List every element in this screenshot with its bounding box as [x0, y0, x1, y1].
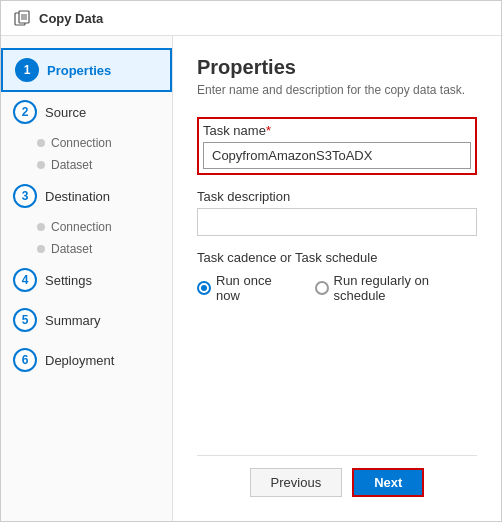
task-description-input[interactable]	[197, 208, 477, 236]
sidebar-item-destination[interactable]: 3 Destination	[1, 176, 172, 216]
main-panel: Properties Enter name and description fo…	[173, 36, 501, 521]
sidebar-label-source: Source	[45, 105, 86, 120]
task-name-label: Task name*	[203, 123, 471, 138]
step-circle-summary: 5	[13, 308, 37, 332]
titlebar-title: Copy Data	[39, 11, 103, 26]
sidebar: 1 Properties 2 Source Connection Dataset	[1, 36, 173, 521]
radio-run-once-label: Run once now	[216, 273, 295, 303]
titlebar: Copy Data	[1, 1, 501, 36]
step-circle-deployment: 6	[13, 348, 37, 372]
step-circle-properties: 1	[15, 58, 39, 82]
task-description-label: Task description	[197, 189, 477, 204]
radio-run-once-circle	[197, 281, 211, 295]
radio-run-once[interactable]: Run once now	[197, 273, 295, 303]
sidebar-label-deployment: Deployment	[45, 353, 114, 368]
source-connection-dot	[37, 139, 45, 147]
radio-run-regularly-circle	[315, 281, 329, 295]
previous-button[interactable]: Previous	[250, 468, 343, 497]
footer: Previous Next	[197, 455, 477, 501]
destination-dataset-label: Dataset	[51, 242, 92, 256]
step-circle-source: 2	[13, 100, 37, 124]
task-description-group: Task description	[197, 189, 477, 236]
step-circle-settings: 4	[13, 268, 37, 292]
source-connection-label: Connection	[51, 136, 112, 150]
sidebar-label-properties: Properties	[47, 63, 111, 78]
copy-data-window: Copy Data 1 Properties 2 Source Connecti…	[0, 0, 502, 522]
sidebar-item-properties[interactable]: 1 Properties	[1, 48, 172, 92]
sidebar-item-source[interactable]: 2 Source	[1, 92, 172, 132]
source-dataset-item: Dataset	[37, 154, 172, 176]
sidebar-label-summary: Summary	[45, 313, 101, 328]
next-button[interactable]: Next	[352, 468, 424, 497]
main-content: 1 Properties 2 Source Connection Dataset	[1, 36, 501, 521]
radio-run-regularly[interactable]: Run regularly on schedule	[315, 273, 477, 303]
source-subitems: Connection Dataset	[1, 132, 172, 176]
source-dataset-label: Dataset	[51, 158, 92, 172]
radio-run-regularly-label: Run regularly on schedule	[334, 273, 477, 303]
task-name-input[interactable]	[203, 142, 471, 169]
radio-group: Run once now Run regularly on schedule	[197, 273, 477, 303]
step-circle-destination: 3	[13, 184, 37, 208]
destination-dataset-dot	[37, 245, 45, 253]
page-subtitle: Enter name and description for the copy …	[197, 83, 477, 97]
destination-dataset-item: Dataset	[37, 238, 172, 260]
page-title: Properties	[197, 56, 477, 79]
sidebar-item-deployment[interactable]: 6 Deployment	[1, 340, 172, 380]
task-name-group: Task name*	[197, 117, 477, 175]
source-connection-item: Connection	[37, 132, 172, 154]
destination-connection-item: Connection	[37, 216, 172, 238]
sidebar-label-settings: Settings	[45, 273, 92, 288]
task-cadence-label: Task cadence or Task schedule	[197, 250, 477, 265]
task-cadence-group: Task cadence or Task schedule Run once n…	[197, 250, 477, 303]
sidebar-item-settings[interactable]: 4 Settings	[1, 260, 172, 300]
sidebar-item-summary[interactable]: 5 Summary	[1, 300, 172, 340]
destination-connection-dot	[37, 223, 45, 231]
destination-connection-label: Connection	[51, 220, 112, 234]
copy-data-icon	[13, 9, 31, 27]
destination-subitems: Connection Dataset	[1, 216, 172, 260]
source-dataset-dot	[37, 161, 45, 169]
sidebar-label-destination: Destination	[45, 189, 110, 204]
